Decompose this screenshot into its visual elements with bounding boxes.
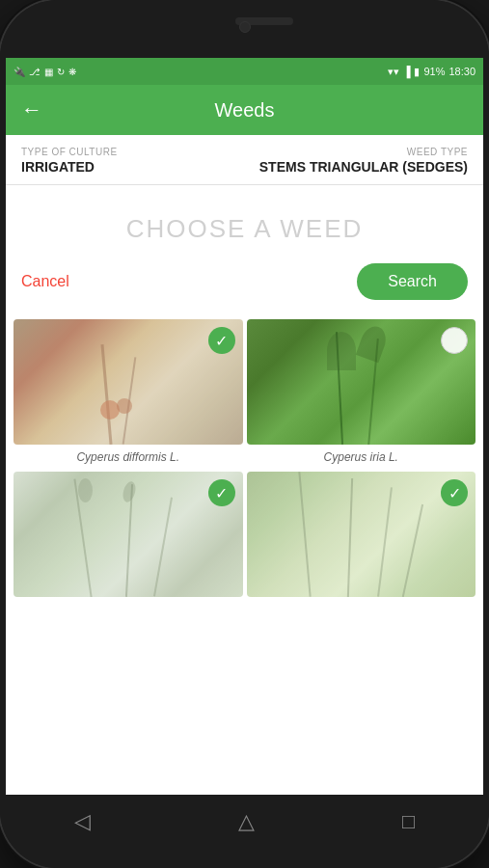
battery-icon: ▮ bbox=[414, 66, 420, 78]
back-button[interactable]: ← bbox=[21, 97, 42, 122]
screen: 🔌 ⎇ ▦ ↻ ❋ ▾▾ ▐ ▮ 91% 18:30 ← Weeds T bbox=[6, 58, 483, 795]
weed-item-3[interactable]: ✓ bbox=[14, 472, 243, 607]
action-row: Cancel Search bbox=[6, 254, 483, 319]
check-3: ✓ bbox=[208, 479, 235, 506]
info-row: TYPE OF CULTURE IRRIGATED WEED TYPE STEM… bbox=[21, 147, 468, 175]
weed-name-3 bbox=[14, 597, 243, 607]
rotate-icon: ↻ bbox=[57, 67, 65, 77]
time-display: 18:30 bbox=[448, 66, 475, 77]
bottom-nav: ◁ △ □ bbox=[0, 795, 489, 849]
phone-top bbox=[0, 0, 489, 58]
battery-percent: 91% bbox=[423, 66, 445, 77]
status-bar: 🔌 ⎇ ▦ ↻ ❋ ▾▾ ▐ ▮ 91% 18:30 bbox=[6, 58, 483, 85]
weed-name-2: Cyperus iria L. bbox=[247, 445, 476, 468]
culture-info: TYPE OF CULTURE IRRIGATED bbox=[21, 147, 118, 175]
search-button[interactable]: Search bbox=[357, 263, 468, 300]
phone-frame: 🔌 ⎇ ▦ ↻ ❋ ▾▾ ▐ ▮ 91% 18:30 ← Weeds T bbox=[0, 0, 489, 868]
nav-home-button[interactable]: △ bbox=[215, 801, 278, 842]
signal-icon: ▐ bbox=[403, 66, 411, 77]
weed-type-info: WEED TYPE STEMS TRIANGULAR (SEDGES) bbox=[259, 147, 468, 175]
status-icons-right: ▾▾ ▐ ▮ 91% 18:30 bbox=[388, 66, 475, 78]
weed-name-1: Cyperus difformis L. bbox=[14, 445, 243, 468]
toolbar: ← Weeds bbox=[6, 85, 483, 135]
info-section: TYPE OF CULTURE IRRIGATED WEED TYPE STEM… bbox=[6, 135, 483, 185]
weed-item-1[interactable]: ✓ Cyperus difformis L. bbox=[14, 319, 243, 468]
nav-back-button[interactable]: ◁ bbox=[51, 801, 114, 842]
check-2 bbox=[441, 327, 468, 354]
check-1: ✓ bbox=[208, 327, 235, 354]
culture-value: IRRIGATED bbox=[21, 159, 118, 175]
camera bbox=[239, 21, 251, 33]
choose-title: CHOOSE A WEED bbox=[6, 185, 483, 254]
screen-icon: ▦ bbox=[44, 67, 53, 77]
culture-label: TYPE OF CULTURE bbox=[21, 147, 118, 157]
nav-recent-button[interactable]: □ bbox=[379, 801, 438, 842]
status-icons-left: 🔌 ⎇ ▦ ↻ ❋ bbox=[14, 67, 76, 77]
check-4: ✓ bbox=[441, 479, 468, 506]
cancel-button[interactable]: Cancel bbox=[21, 273, 69, 290]
weed-type-label: WEED TYPE bbox=[259, 147, 468, 157]
main-content: CHOOSE A WEED Cancel Search bbox=[6, 185, 483, 795]
phone-bottom bbox=[0, 849, 489, 868]
weed-item-4[interactable]: ✓ bbox=[247, 472, 476, 607]
toolbar-title: Weeds bbox=[54, 99, 435, 122]
wifi-icon: ▾▾ bbox=[388, 66, 399, 78]
weed-grid: ✓ Cyperus difformis L. Cyperus ir bbox=[6, 319, 483, 614]
usb2-icon: ⎇ bbox=[29, 67, 41, 77]
usb-icon: 🔌 bbox=[14, 67, 25, 77]
weed-name-4 bbox=[247, 597, 476, 607]
weed-type-value: STEMS TRIANGULAR (SEDGES) bbox=[259, 159, 468, 175]
flower-icon: ❋ bbox=[68, 67, 76, 77]
weed-item-2[interactable]: Cyperus iria L. bbox=[247, 319, 476, 468]
